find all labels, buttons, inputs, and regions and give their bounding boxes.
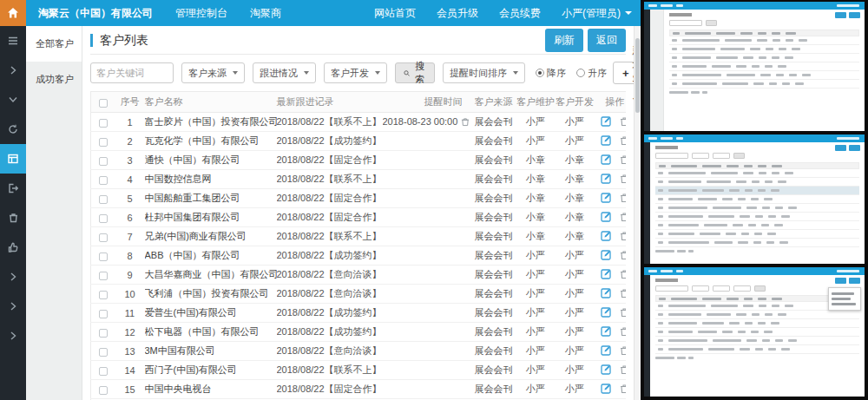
row-checkbox[interactable] <box>99 386 108 395</box>
row-checkbox[interactable] <box>99 367 108 376</box>
table-row[interactable]: 9 大昌华嘉商业（中国）有限公司 2018/08/22【意向洽谈】 展会会刊 小… <box>91 266 627 285</box>
refresh-button[interactable]: 刷新 <box>545 29 583 52</box>
edit-icon[interactable] <box>601 364 612 377</box>
table-row[interactable]: 4 中国数控信息网 2018/08/22【联系不上】 展会会刊 小章 小章 <box>91 170 627 189</box>
delete-icon[interactable] <box>620 384 626 396</box>
table-row[interactable]: 8 ABB（中国）有限公司 2018/08/22【成功签约】 展会会刊 小严 小… <box>91 246 627 266</box>
edit-icon[interactable] <box>601 383 612 396</box>
back-button[interactable]: 返回 <box>588 29 626 52</box>
table-row[interactable]: 11 爱普生(中国)有限公司 2018/08/22【成功签约】 展会会刊 小严 … <box>91 304 627 323</box>
row-checkbox[interactable] <box>99 252 108 261</box>
vertical-scrollbar[interactable] <box>634 26 641 400</box>
sidebar-item-all-customers[interactable]: 全部客户 <box>26 26 82 62</box>
nav-item-console[interactable]: 管理控制台 <box>175 6 227 21</box>
sort-asc-radio[interactable]: 升序 <box>576 67 607 80</box>
trash-icon[interactable] <box>0 203 26 233</box>
edit-icon[interactable] <box>601 192 612 205</box>
delete-icon[interactable] <box>620 135 626 148</box>
table-row[interactable]: 14 西门子(中国)有限公司 2018/08/22【联系不上】 展会会刊 小严 … <box>91 361 627 380</box>
edit-icon[interactable] <box>601 249 612 262</box>
delete-icon[interactable] <box>620 269 626 281</box>
home-button[interactable] <box>0 0 26 26</box>
row-checkbox[interactable] <box>99 138 108 147</box>
nav-item-member-upgrade[interactable]: 会员升级 <box>437 6 478 21</box>
delete-icon[interactable] <box>620 212 626 224</box>
row-checkbox[interactable] <box>99 348 108 357</box>
delete-icon[interactable] <box>620 288 626 300</box>
row-checkbox[interactable] <box>99 176 108 185</box>
delete-icon[interactable] <box>620 174 626 186</box>
edit-icon[interactable] <box>601 173 612 186</box>
edit-icon[interactable] <box>601 115 612 128</box>
screenshot-preview-2[interactable] <box>644 134 865 264</box>
table-row[interactable]: 13 3M中国有限公司 2018/08/22【意向洽谈】 展会会刊 小严 小严 <box>91 342 627 361</box>
edit-icon[interactable] <box>601 268 612 281</box>
row-checkbox[interactable] <box>99 233 108 242</box>
followup-filter-select[interactable]: 跟进情况 <box>253 62 316 83</box>
nav-item-member-renew[interactable]: 会员续费 <box>499 6 541 21</box>
source-filter-select[interactable]: 客户来源 <box>181 62 245 83</box>
edit-icon[interactable] <box>601 325 612 338</box>
table-row[interactable]: 3 通快（中国）有限公司 2018/08/22【固定合作】 展会会刊 小章 小章 <box>91 151 627 170</box>
table-row[interactable]: 10 飞利浦（中国）投资有限公司 2018/08/22【意向洽谈】 展会会刊 小… <box>91 285 627 304</box>
delete-icon[interactable] <box>620 116 626 128</box>
nav-item-taojushang[interactable]: 淘聚商 <box>250 6 281 21</box>
delete-icon[interactable] <box>620 345 626 357</box>
table-row[interactable]: 7 兄弟(中国)商业有限公司 2018/08/22【联系不上】 展会会刊 小章 … <box>91 227 627 246</box>
remind-delete-icon[interactable] <box>461 117 470 128</box>
delete-icon[interactable] <box>620 250 626 262</box>
table-row[interactable]: 6 杜邦中国集团有限公司 2018/08/22【固定合作】 展会会刊 小章 小章 <box>91 208 627 227</box>
edit-icon[interactable] <box>601 134 612 148</box>
edit-icon[interactable] <box>601 344 612 357</box>
row-checkbox[interactable] <box>99 272 108 280</box>
delete-icon[interactable] <box>620 193 626 205</box>
delete-icon[interactable] <box>620 364 626 377</box>
nav-item-website-home[interactable]: 网站首页 <box>374 6 416 21</box>
select-all-checkbox[interactable] <box>99 99 108 108</box>
search-button[interactable]: 搜索 <box>395 62 435 83</box>
screenshot-preview-3[interactable] <box>644 267 865 397</box>
sort-field-select[interactable]: 提醒时间排序 <box>443 62 525 83</box>
cell-source: 展会会刊 <box>471 113 516 132</box>
row-checkbox[interactable] <box>99 195 108 204</box>
row-checkbox[interactable] <box>99 119 108 128</box>
table-row[interactable]: 15 中国中央电视台 2018/08/22【固定合作】 展会会刊 小严 小严 <box>91 380 627 399</box>
table-row[interactable]: 12 松下电器（中国）有限公司 2018/08/22【成功签约】 展会会刊 小严… <box>91 323 627 342</box>
user-menu[interactable]: 小严(管理员) <box>562 6 632 21</box>
keyword-input[interactable] <box>90 62 174 83</box>
logout-arrow-icon[interactable] <box>0 174 26 203</box>
chevron-right-icon[interactable] <box>0 321 26 351</box>
chevron-down-icon[interactable] <box>0 85 26 115</box>
edit-icon[interactable] <box>601 230 612 243</box>
row-checkbox[interactable] <box>99 157 108 166</box>
sidebar-item-success-customers[interactable]: 成功客户 <box>26 62 82 97</box>
row-checkbox[interactable] <box>99 291 108 299</box>
customer-list-icon[interactable] <box>0 144 26 174</box>
table-row[interactable]: 1 富士胶片（中国）投资有限公司 2018/08/22【联系不上】 2018-0… <box>91 113 627 132</box>
develop-filter-select[interactable]: 客户开发 <box>324 62 387 83</box>
sort-desc-radio[interactable]: 降序 <box>536 67 566 80</box>
thumbs-up-icon[interactable] <box>0 233 26 262</box>
table-row[interactable]: 5 中国船舶重工集团公司 2018/08/22【固定合作】 展会会刊 小章 小章 <box>91 189 627 208</box>
cell-maintainer: 小严 <box>516 132 556 151</box>
edit-icon[interactable] <box>601 154 612 167</box>
chevron-right-icon[interactable] <box>0 292 26 321</box>
sidebar-toggle-hamburger-icon[interactable] <box>0 26 26 56</box>
delete-icon[interactable] <box>620 326 626 338</box>
history-refresh-icon[interactable] <box>0 115 26 144</box>
cell-ops <box>595 132 627 151</box>
delete-icon[interactable] <box>620 307 626 319</box>
edit-icon[interactable] <box>601 306 612 319</box>
row-checkbox[interactable] <box>99 310 108 318</box>
delete-icon[interactable] <box>620 231 626 243</box>
chevron-right-icon[interactable] <box>0 262 26 292</box>
edit-icon[interactable] <box>601 287 612 300</box>
table-row[interactable]: 2 瓦克化学（中国）有限公司 2018/08/22【成功签约】 展会会刊 小严 … <box>91 132 627 151</box>
chevron-right-icon[interactable] <box>0 56 26 85</box>
screenshot-preview-1[interactable] <box>644 2 865 131</box>
row-checkbox[interactable] <box>99 329 108 338</box>
edit-icon[interactable] <box>601 211 612 224</box>
row-checkbox[interactable] <box>99 214 108 223</box>
scrollbar-thumb[interactable] <box>635 38 640 113</box>
delete-icon[interactable] <box>620 154 626 167</box>
